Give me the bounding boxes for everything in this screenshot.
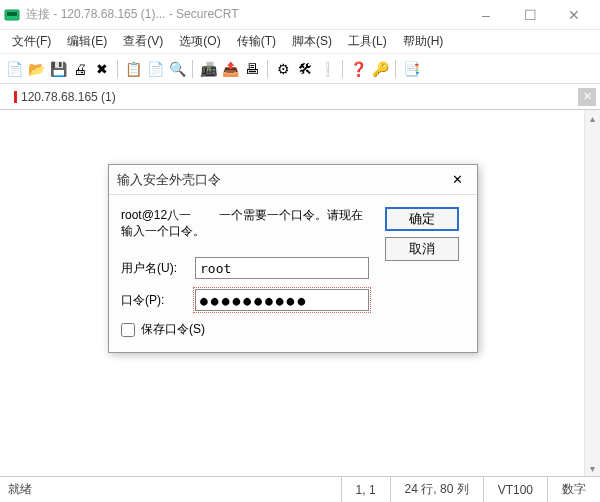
password-input[interactable] — [195, 289, 369, 311]
menu-transfer[interactable]: 传输(T) — [229, 31, 284, 52]
session-tab[interactable]: 120.78.68.165 (1) — [4, 87, 126, 107]
tb-sep — [342, 60, 343, 78]
tb-sep — [395, 60, 396, 78]
tb-sessions-icon[interactable]: 📑 — [401, 59, 421, 79]
tb-paste-icon[interactable]: 📋 — [123, 59, 143, 79]
tab-close-button[interactable]: ✕ — [578, 88, 596, 106]
tb-disconnect-icon[interactable]: ✖ — [92, 59, 112, 79]
tb-sep — [267, 60, 268, 78]
msg-right: 一个需要一个口令。请现在 — [219, 207, 363, 239]
statusbar: 就绪 1, 1 24 行, 80 列 VT100 数字 — [0, 476, 600, 502]
svg-rect-1 — [7, 12, 17, 16]
tb-print-icon[interactable]: 🖨 — [70, 59, 90, 79]
toolbar: 📄 📂 💾 🖨 ✖ 📋 📄 🔍 📠 📤 🖶 ⚙ 🛠 ❕ ❓ 🔑 📑 — [0, 54, 600, 84]
status-size: 24 行, 80 列 — [390, 477, 483, 502]
tab-label: 120.78.68.165 (1) — [21, 90, 116, 104]
password-dialog: 输入安全外壳口令 ✕ root@12八一 输入一个口令。 一个需要一个口令。请现… — [108, 164, 478, 353]
vertical-scrollbar[interactable]: ▴ ▾ — [584, 110, 600, 476]
tb-send-icon[interactable]: 📠 — [198, 59, 218, 79]
msg-host: root@12八一 — [121, 207, 205, 223]
scroll-down-icon[interactable]: ▾ — [585, 460, 600, 476]
password-label: 口令(P): — [121, 292, 195, 309]
dialog-title: 输入安全外壳口令 — [117, 171, 445, 189]
status-numlock: 数字 — [547, 477, 600, 502]
tab-indicator-icon — [14, 91, 17, 103]
app-icon — [4, 7, 20, 23]
status-ready: 就绪 — [0, 481, 40, 498]
tb-open-icon[interactable]: 📂 — [26, 59, 46, 79]
status-cursor: 1, 1 — [341, 477, 390, 502]
ok-button[interactable]: 确定 — [385, 207, 459, 231]
tb-find-icon[interactable]: 🔍 — [167, 59, 187, 79]
dialog-close-button[interactable]: ✕ — [445, 171, 469, 189]
menu-edit[interactable]: 编辑(E) — [59, 31, 115, 52]
tb-copy-icon[interactable]: 📄 — [145, 59, 165, 79]
status-term: VT100 — [483, 477, 547, 502]
tb-tools-icon[interactable]: 🛠 — [295, 59, 315, 79]
username-input[interactable] — [195, 257, 369, 279]
close-button[interactable]: ✕ — [552, 1, 596, 29]
tb-upload-icon[interactable]: 📤 — [220, 59, 240, 79]
menu-script[interactable]: 脚本(S) — [284, 31, 340, 52]
dialog-titlebar: 输入安全外壳口令 ✕ — [109, 165, 477, 195]
tb-key-icon[interactable]: 🔑 — [370, 59, 390, 79]
save-password-label: 保存口令(S) — [141, 321, 205, 338]
titlebar: 连接 - 120.78.68.165 (1)... - SecureCRT – … — [0, 0, 600, 30]
minimize-button[interactable]: – — [464, 1, 508, 29]
dialog-message: root@12八一 输入一个口令。 一个需要一个口令。请现在 — [121, 207, 375, 239]
menu-tools[interactable]: 工具(L) — [340, 31, 395, 52]
tb-new-icon[interactable]: 📄 — [4, 59, 24, 79]
save-password-checkbox[interactable] — [121, 323, 135, 337]
tb-sep — [192, 60, 193, 78]
tb-save-icon[interactable]: 💾 — [48, 59, 68, 79]
cancel-button[interactable]: 取消 — [385, 237, 459, 261]
menu-view[interactable]: 查看(V) — [115, 31, 171, 52]
scroll-up-icon[interactable]: ▴ — [585, 110, 600, 126]
menu-help[interactable]: 帮助(H) — [395, 31, 452, 52]
msg-line2: 输入一个口令。 — [121, 223, 205, 239]
tabbar: 120.78.68.165 (1) ✕ — [0, 84, 600, 110]
tb-sep — [117, 60, 118, 78]
tb-help-icon[interactable]: ❓ — [348, 59, 368, 79]
tb-info-icon[interactable]: ❕ — [317, 59, 337, 79]
menubar: 文件(F) 编辑(E) 查看(V) 选项(O) 传输(T) 脚本(S) 工具(L… — [0, 30, 600, 54]
menu-options[interactable]: 选项(O) — [171, 31, 228, 52]
window-title: 连接 - 120.78.68.165 (1)... - SecureCRT — [26, 6, 464, 23]
tb-printer-icon[interactable]: 🖶 — [242, 59, 262, 79]
menu-file[interactable]: 文件(F) — [4, 31, 59, 52]
maximize-button[interactable]: ☐ — [508, 1, 552, 29]
tb-options-icon[interactable]: ⚙ — [273, 59, 293, 79]
username-label: 用户名(U): — [121, 260, 195, 277]
